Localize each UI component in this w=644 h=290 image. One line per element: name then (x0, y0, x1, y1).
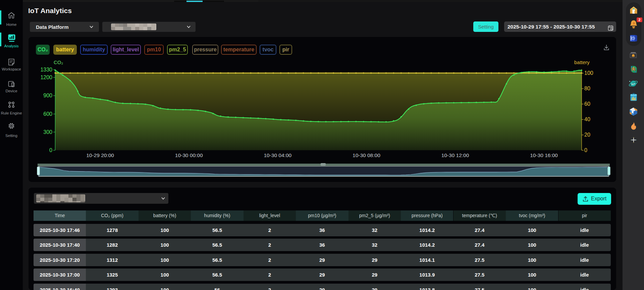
svg-text:0: 0 (584, 147, 587, 153)
svg-text:1200: 1200 (40, 75, 52, 80)
svg-text:battery: battery (574, 59, 590, 65)
svg-text:60: 60 (584, 101, 590, 107)
svg-text:80: 80 (584, 86, 590, 91)
svg-text:40: 40 (584, 116, 590, 122)
svg-text:10-30 00:00: 10-30 00:00 (175, 152, 203, 158)
svg-text:900: 900 (43, 93, 52, 98)
svg-text:10-30 04:00: 10-30 04:00 (264, 152, 291, 158)
svg-text:10-30 08:00: 10-30 08:00 (353, 152, 380, 158)
svg-text:600: 600 (43, 111, 52, 117)
svg-text:CO₂: CO₂ (54, 59, 63, 65)
svg-text:1330: 1330 (40, 67, 52, 72)
svg-text:100: 100 (584, 70, 593, 76)
svg-text:300: 300 (43, 129, 52, 135)
svg-text:10-30 12:00: 10-30 12:00 (441, 152, 469, 158)
svg-text:10-30 16:00: 10-30 16:00 (530, 152, 558, 158)
svg-text:0: 0 (49, 147, 52, 153)
svg-text:20: 20 (584, 132, 590, 138)
svg-text:10-29 20:00: 10-29 20:00 (86, 152, 114, 158)
